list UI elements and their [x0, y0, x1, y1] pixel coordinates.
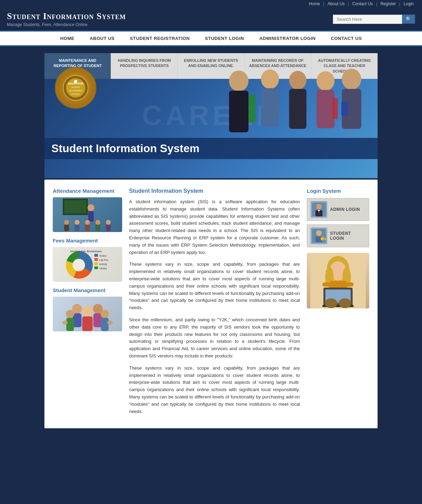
svg-point-24 — [64, 220, 69, 225]
nav-student-reg[interactable]: STUDENT REGISTRATION — [122, 32, 197, 45]
fees-title: Fees Management — [53, 238, 122, 243]
girl-laptop-image — [307, 253, 369, 308]
svg-text:Lab Fee: Lab Fee — [99, 259, 108, 261]
svg-point-81 — [339, 298, 351, 308]
svg-rect-67 — [325, 239, 326, 240]
nav-student-login[interactable]: STUDENT LOGIN — [197, 32, 252, 45]
girl-laptop-svg — [310, 253, 366, 308]
svg-rect-23 — [88, 211, 94, 222]
svg-text:SCHOOL: SCHOOL — [71, 93, 80, 95]
students-svg — [60, 297, 115, 331]
top-bar: Home | About Us | Contact Us | Register … — [0, 0, 422, 8]
header: Student Information System Manage Studen… — [0, 8, 422, 31]
search-box: 🔍 — [333, 15, 415, 24]
topbar-sep4: | — [399, 1, 400, 6]
logo-inner: ANNAPURNA HIGHER SECONDARY SCHOOL — [57, 69, 95, 107]
svg-rect-16 — [332, 98, 338, 119]
search-input[interactable] — [333, 15, 402, 24]
topbar-about-link[interactable]: About Us — [328, 1, 345, 6]
svg-text:Tuition: Tuition — [99, 255, 107, 257]
svg-point-32 — [106, 220, 111, 225]
content-grid: Attendance Management — [53, 188, 369, 420]
topbar-login-link[interactable]: Login — [404, 1, 414, 6]
nav-admin-login[interactable]: ADMINISTRATOR LOGIN — [252, 32, 323, 45]
svg-point-30 — [95, 220, 100, 225]
svg-point-6 — [74, 80, 77, 83]
login-system-title: Login System — [307, 188, 369, 194]
admin-login-label: ADMIN LOGIN — [330, 207, 360, 212]
nav-bar: HOME ABOUT US STUDENT REGISTRATION STUDE… — [0, 31, 422, 46]
student-login-label: STUDENT LOGIN — [330, 231, 365, 241]
svg-point-51 — [82, 306, 93, 317]
svg-rect-29 — [85, 225, 90, 231]
feature-tab-2[interactable]: HANDLING INQUIRIES FROM PROSPECTIVE STUD… — [111, 53, 178, 79]
main-content-title: Student Information System — [129, 188, 300, 194]
svg-point-26 — [75, 220, 79, 225]
svg-point-55 — [62, 321, 68, 325]
svg-point-58 — [316, 204, 322, 209]
attendance-title: Attendance Management — [53, 188, 122, 194]
svg-rect-75 — [346, 282, 354, 287]
svg-rect-33 — [106, 225, 111, 231]
svg-rect-8 — [229, 91, 248, 132]
classroom-svg — [60, 197, 115, 232]
svg-text:Student Fee Breakdown: Student Fee Breakdown — [70, 250, 102, 253]
site-title: Student Information System Manage Studen… — [7, 11, 126, 27]
svg-rect-25 — [64, 225, 69, 231]
svg-rect-31 — [95, 225, 100, 231]
svg-text:SECONDARY: SECONDARY — [69, 90, 82, 92]
svg-rect-19 — [341, 102, 348, 116]
student-login-button[interactable]: STUDENT LOGIN — [307, 224, 369, 247]
attendance-image — [53, 197, 122, 232]
school-logo: ANNAPURNA HIGHER SECONDARY SCHOOL — [55, 67, 96, 109]
svg-point-7 — [229, 71, 248, 91]
svg-point-49 — [66, 310, 74, 318]
svg-rect-15 — [316, 90, 335, 128]
admin-login-button[interactable]: ADMIN LOGIN — [307, 198, 369, 221]
main-wrapper: CAREER ANNAPURNA HIGHER SECONDARY SCHOOL — [44, 53, 378, 428]
nav-about[interactable]: ABOUT US — [82, 32, 122, 45]
svg-point-28 — [85, 220, 90, 225]
svg-text:Library: Library — [99, 267, 107, 270]
svg-point-56 — [107, 321, 113, 325]
right-sidebar: Login System — [307, 188, 369, 420]
student-mgmt-title: Student Management — [53, 287, 122, 293]
admin-icon — [311, 201, 327, 218]
main-para-1: A student information system (SIS) is a … — [129, 198, 300, 256]
svg-point-63 — [316, 230, 322, 236]
svg-rect-11 — [261, 88, 279, 126]
left-sidebar: Attendance Management — [53, 188, 122, 420]
hero-banner: CAREER ANNAPURNA HIGHER SECONDARY SCHOOL — [44, 53, 378, 178]
svg-rect-66 — [323, 238, 326, 239]
site-subtitle: Manage Students, Fees, Attendance Online — [7, 22, 126, 27]
svg-text:HIGHER: HIGHER — [71, 86, 80, 88]
content-area: Attendance Management — [44, 180, 378, 428]
nav-contact[interactable]: CONTACT US — [323, 32, 369, 45]
svg-point-17 — [342, 69, 361, 90]
hero-title-bar: Student Information System — [44, 138, 378, 159]
svg-point-53 — [101, 310, 109, 318]
svg-rect-42 — [94, 266, 98, 269]
svg-point-14 — [316, 71, 335, 91]
topbar-home-link[interactable]: Home — [309, 1, 320, 6]
svg-point-35 — [73, 259, 85, 271]
topbar-register-link[interactable]: Register — [380, 1, 396, 6]
search-button[interactable]: 🔍 — [402, 15, 415, 24]
svg-point-12 — [289, 71, 306, 90]
site-name: Student Information System — [7, 11, 126, 22]
logo-emblem: ANNAPURNA HIGHER SECONDARY SCHOOL — [62, 74, 90, 102]
student-icon — [311, 228, 327, 244]
fees-image: Tuition Lab Fee Activity Library Student… — [53, 247, 122, 282]
svg-rect-13 — [289, 89, 306, 129]
nav-home[interactable]: HOME — [52, 32, 82, 45]
topbar-contact-link[interactable]: Contact Us — [352, 1, 373, 6]
svg-rect-9 — [248, 95, 255, 123]
main-para-2: These systems vary in size, scope and ca… — [129, 261, 300, 312]
svg-point-22 — [87, 204, 94, 211]
topbar-sep3: | — [376, 1, 377, 6]
svg-rect-21 — [65, 200, 86, 213]
fees-svg: Tuition Lab Fee Activity Library Student… — [60, 247, 115, 282]
svg-rect-36 — [94, 254, 98, 257]
svg-rect-38 — [94, 258, 98, 261]
admin-figure — [311, 202, 327, 217]
